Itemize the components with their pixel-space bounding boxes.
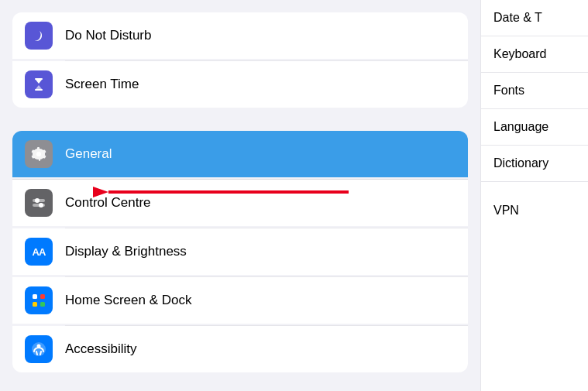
right-panel-item-language[interactable]: Language: [481, 109, 588, 146]
right-panel-item-keyboard[interactable]: Keyboard: [481, 36, 588, 73]
svg-point-6: [39, 203, 43, 208]
right-panel-item-date-time[interactable]: Date & T: [481, 0, 588, 36]
accessibility-label: Accessibility: [65, 341, 137, 357]
accessibility-icon: [25, 335, 53, 363]
right-panel-item-vpn[interactable]: VPN: [481, 182, 588, 228]
svg-point-5: [35, 198, 40, 203]
svg-rect-8: [40, 294, 45, 299]
sidebar-item-accessibility[interactable]: Accessibility: [12, 326, 468, 372]
display-brightness-label: Display & Brightness: [65, 244, 187, 259]
general-icon: [25, 140, 53, 168]
svg-rect-10: [40, 302, 45, 307]
sidebar-item-display-brightness[interactable]: AA Display & Brightness: [12, 228, 468, 275]
settings-left-panel: Do Not Disturb Screen Time: [0, 0, 480, 391]
do-not-disturb-label: Do Not Disturb: [65, 28, 151, 43]
right-panel-item-dictionary[interactable]: Dictionary: [481, 146, 588, 182]
svg-rect-0: [35, 78, 43, 80]
do-not-disturb-icon: [25, 22, 53, 50]
svg-rect-7: [33, 294, 37, 299]
svg-rect-1: [35, 89, 43, 91]
right-panel-list: Date & T Keyboard Fonts Language Diction…: [481, 0, 588, 228]
right-panel-item-fonts[interactable]: Fonts: [481, 73, 588, 109]
settings-right-panel: Date & T Keyboard Fonts Language Diction…: [480, 0, 588, 391]
sidebar-item-control-centre[interactable]: Control Centre: [12, 180, 468, 226]
home-screen-label: Home Screen & Dock: [65, 293, 191, 308]
control-centre-label: Control Centre: [65, 195, 151, 211]
general-label: General: [65, 146, 112, 162]
settings-group-2: General Control Centre: [12, 131, 468, 372]
screen-time-icon: [25, 70, 53, 98]
control-centre-icon: [25, 189, 53, 217]
settings-group-1: Do Not Disturb Screen Time: [12, 12, 468, 108]
svg-rect-9: [33, 302, 37, 307]
home-screen-icon: [25, 286, 53, 314]
sidebar-item-do-not-disturb[interactable]: Do Not Disturb: [12, 12, 468, 59]
sidebar-item-general[interactable]: General: [12, 131, 468, 177]
screen-time-label: Screen Time: [65, 77, 139, 92]
sidebar-item-home-screen[interactable]: Home Screen & Dock: [12, 277, 468, 324]
sidebar-item-screen-time[interactable]: Screen Time: [12, 61, 468, 108]
section-gap: [12, 109, 468, 131]
display-brightness-icon: AA: [25, 238, 53, 266]
